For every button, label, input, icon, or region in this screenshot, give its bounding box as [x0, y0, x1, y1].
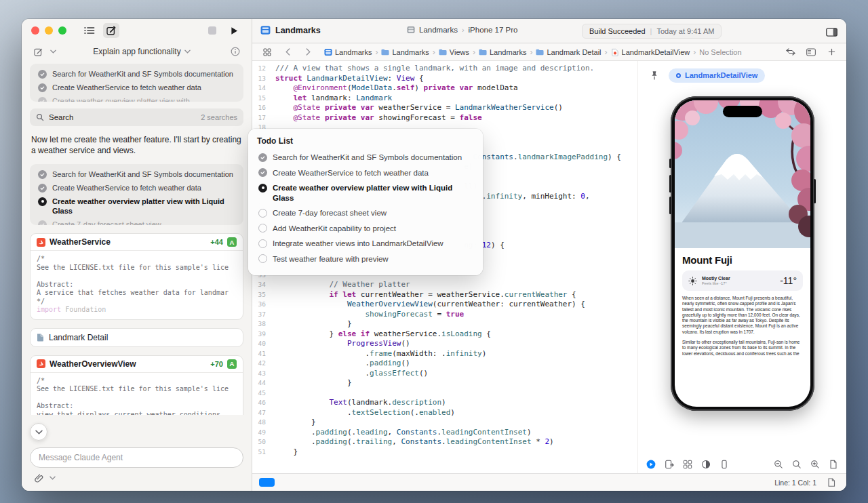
activity-indicator[interactable] — [259, 478, 275, 487]
code-review-icon[interactable] — [783, 45, 799, 60]
related-items-icon[interactable] — [259, 45, 275, 60]
device-settings-icon[interactable] — [719, 460, 729, 469]
zoom-window-button[interactable] — [58, 26, 66, 35]
landmark-detail-content: Mount Fuji Mostly Clear Feels like -17° … — [675, 254, 810, 357]
file-card-weatheroverviewview[interactable]: WeatherOverviewView +70 A /*See the LICE… — [30, 355, 243, 416]
agent-chat-scroll[interactable]: Search for WeatherKit and SF Symbols doc… — [30, 64, 243, 415]
live-preview-icon[interactable] — [646, 460, 656, 469]
in-progress-icon — [38, 197, 47, 206]
zoom-out-icon[interactable] — [774, 460, 783, 469]
zoom-in-icon[interactable] — [810, 460, 820, 469]
attachment-icon[interactable] — [31, 470, 47, 485]
line-number: 38 — [252, 319, 275, 329]
activity-view[interactable]: Build Succeeded | Today at 9:41 AM — [582, 24, 722, 39]
popover-todo-item: Add WeatherKit capability to project — [257, 221, 474, 237]
folder-icon — [479, 48, 487, 56]
line-number: 37 — [252, 310, 275, 320]
zoom-to-fit-icon[interactable] — [792, 460, 802, 469]
search-icon — [36, 113, 44, 121]
search-label: Search — [49, 113, 73, 121]
color-scheme-icon[interactable] — [701, 460, 711, 469]
minimize-window-button[interactable] — [45, 26, 53, 35]
breadcrumb-item[interactable]: Landmarks — [324, 48, 372, 56]
editor-options-icon[interactable] — [803, 45, 819, 60]
checked-circle-icon — [38, 83, 47, 92]
breadcrumb-item[interactable]: Landmarks — [479, 48, 526, 56]
close-window-button[interactable] — [31, 26, 39, 35]
line-number: 34 — [252, 280, 275, 290]
claude-agent-panel: Explain app functionality Search for Wea… — [22, 19, 252, 491]
breadcrumb-item[interactable]: Landmarks — [381, 48, 429, 56]
line-number: 41 — [252, 349, 275, 359]
right-sidebar-toggle-icon[interactable] — [823, 24, 840, 39]
code-line: 51 } — [252, 447, 637, 458]
back-icon[interactable] — [279, 45, 296, 60]
todo-card-1-item: Create WeatherService to fetch weather d… — [33, 81, 241, 94]
compose-icon[interactable] — [30, 44, 46, 59]
search-activity-row[interactable]: Search 2 searches — [30, 108, 243, 126]
new-conversation-icon[interactable] — [103, 23, 119, 38]
popover-todo-label: Create WeatherService to fetch weather d… — [273, 168, 429, 178]
breadcrumb-item[interactable]: Views — [439, 48, 469, 56]
preview-tag-label: LandmarkDetailView — [685, 71, 757, 79]
xcode-window: Explain app functionality Search for Wea… — [22, 19, 846, 491]
power-button — [814, 179, 816, 203]
variants-grid-icon[interactable] — [683, 460, 692, 469]
stop-icon[interactable] — [204, 23, 220, 38]
pin-preview-icon[interactable] — [646, 68, 663, 83]
landmark-detail-chip[interactable]: Landmark Detail — [30, 328, 243, 347]
weather-platter[interactable]: Mostly Clear Feels like -17° -11° — [682, 270, 803, 291]
popover-todo-label: Search for WeatherKit and SF Symbols doc… — [273, 153, 462, 163]
forward-icon[interactable] — [300, 45, 316, 60]
preview-tag[interactable]: LandmarkDetailView — [669, 68, 765, 83]
page-options-icon[interactable] — [823, 475, 840, 490]
chevron-down-icon — [50, 49, 56, 54]
chevron-down-icon[interactable] — [50, 476, 56, 480]
agent-panel-header: Explain app functionality — [22, 42, 252, 61]
line-number: 45 — [252, 388, 275, 399]
conversation-list-icon[interactable] — [81, 23, 98, 38]
breadcrumb-separator: › — [605, 47, 608, 57]
swift-file-icon — [37, 359, 45, 368]
file-card-weatherservice[interactable]: WeatherService +44 A /*See the LICENSE.t… — [30, 233, 243, 320]
todo-card-2: Search for WeatherKit and SF Symbols doc… — [30, 164, 243, 225]
volume-up-button — [669, 175, 671, 193]
weather-condition: Mostly Clear — [702, 276, 730, 281]
preview-on-device-icon[interactable] — [665, 460, 674, 469]
file-card-1-code: /*See the LICENSE.txt file for this samp… — [31, 250, 243, 319]
message-input[interactable] — [30, 447, 243, 468]
scroll-to-bottom-button[interactable] — [30, 423, 47, 441]
breadcrumb-item[interactable]: No Selection — [699, 48, 741, 56]
diff-added-count: +70 — [210, 360, 223, 368]
preview-document-icon[interactable] — [829, 460, 838, 469]
checked-circle-icon — [38, 170, 47, 179]
add-editor-icon[interactable] — [823, 45, 840, 60]
iphone-screen: Mount Fuji Mostly Clear Feels like -17° … — [675, 100, 810, 407]
mute-switch — [669, 159, 671, 168]
landmark-description: When seen at a distance, Mount Fuji pres… — [682, 296, 803, 335]
popover-todo-label: Add WeatherKit capability to project — [273, 224, 396, 234]
run-agent-icon[interactable] — [226, 23, 242, 38]
info-icon[interactable] — [227, 44, 243, 59]
line-number: 36 — [252, 300, 275, 310]
checked-circle-icon — [258, 168, 267, 177]
line-number: 44 — [252, 378, 275, 388]
breadcrumb-item[interactable]: Landmark Detail — [536, 48, 601, 56]
prompt-selector[interactable]: Explain app functionality — [60, 47, 223, 56]
scheme-selector[interactable]: Landmarks › iPhone 17 Pro — [407, 26, 517, 34]
in-progress-icon — [258, 184, 267, 193]
snippet-line — [37, 272, 237, 281]
jump-bar: Landmarks›Landmarks›Views›Landmarks›Land… — [252, 43, 846, 61]
todo-card-2-items: Search for WeatherKit and SF Symbols doc… — [33, 167, 241, 225]
snippet-line: /* — [37, 377, 237, 386]
code-line: 44 } — [252, 378, 637, 388]
todo-card-2-item: Create 7-day forecast sheet view — [33, 218, 241, 225]
breadcrumb-separator: › — [375, 47, 378, 57]
code-line: 16 @State private var weatherService = L… — [252, 103, 637, 113]
xcode-toolbar: Landmarks Landmarks › iPhone 17 Pro Buil… — [252, 19, 846, 43]
line-number: 43 — [252, 369, 275, 379]
volume-down-button — [669, 197, 671, 214]
todo-card-1-label: Search for WeatherKit and SF Symbols doc… — [52, 69, 233, 79]
breadcrumb-item[interactable]: LandmarkDetailView — [611, 48, 690, 56]
iphone-preview[interactable]: Mount Fuji Mostly Clear Feels like -17° … — [671, 96, 814, 411]
